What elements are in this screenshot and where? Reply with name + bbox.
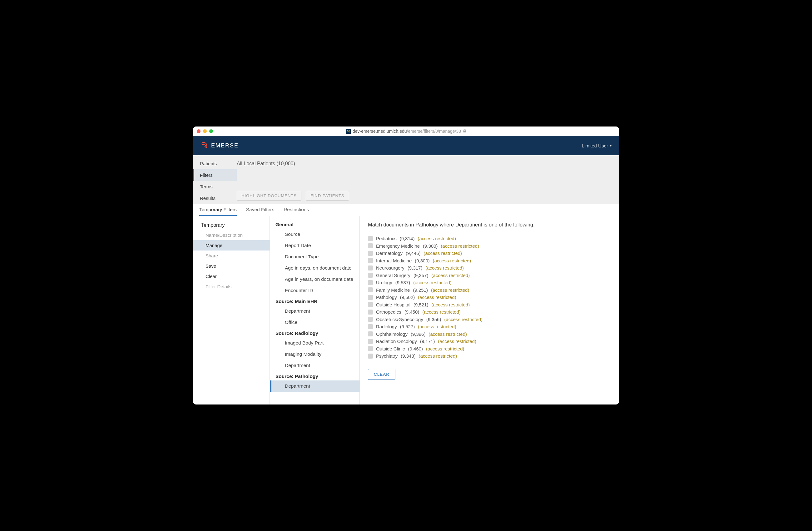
filter-option-checkbox[interactable] xyxy=(368,243,373,248)
filter-option-checkbox[interactable] xyxy=(368,324,373,329)
filter-field-item[interactable]: Imaged Body Part xyxy=(270,338,360,348)
filter-option-row: Pediatrics (9,314) (access restricted) xyxy=(368,236,611,241)
find-patients-button[interactable]: FIND PATIENTS xyxy=(306,191,349,201)
filter-field-group-header: Source: Radiology xyxy=(270,328,360,338)
filter-action-item[interactable]: Filter Details xyxy=(193,282,270,292)
filter-option-label: Pathology xyxy=(376,295,397,300)
filter-option-checkbox[interactable] xyxy=(368,310,373,315)
access-restricted-label: (access restricted) xyxy=(429,331,467,337)
access-restricted-label: (access restricted) xyxy=(424,250,462,256)
clear-button[interactable]: CLEAR xyxy=(368,369,395,380)
action-buttons: HIGHLIGHT DOCUMENTS FIND PATIENTS xyxy=(237,191,619,201)
filter-option-label: Neurosurgery xyxy=(376,265,404,271)
filter-field-item[interactable]: Office xyxy=(270,317,360,328)
svg-rect-0 xyxy=(463,131,466,132)
main-content: Temporary Name/DescriptionManageShareSav… xyxy=(193,216,619,404)
filter-option-checkbox[interactable] xyxy=(368,354,373,359)
filter-option-row: Radiology (9,527) (access restricted) xyxy=(368,324,611,329)
access-restricted-label: (access restricted) xyxy=(419,353,457,359)
filter-option-label: Pediatrics xyxy=(376,236,397,241)
filter-option-label: Emergency Medicine xyxy=(376,243,420,249)
filter-fields-column: GeneralSourceReport DateDocument TypeAge… xyxy=(270,216,360,404)
filter-options-column: Match documents in Pathology where Depar… xyxy=(360,216,619,404)
access-restricted-label: (access restricted) xyxy=(432,273,470,278)
access-restricted-label: (access restricted) xyxy=(444,317,482,322)
filter-action-item[interactable]: Name/Description xyxy=(193,230,270,240)
access-restricted-label: (access restricted) xyxy=(418,324,456,329)
user-menu[interactable]: Limited User ▾ xyxy=(582,143,611,148)
app-header: EMERSE Limited User ▾ xyxy=(193,136,619,155)
primary-nav-item[interactable]: Results xyxy=(193,192,237,204)
access-restricted-label: (access restricted) xyxy=(418,295,456,300)
filter-option-checkbox[interactable] xyxy=(368,236,373,241)
filter-action-item[interactable]: Share xyxy=(193,250,270,261)
filters-tab[interactable]: Temporary Filters xyxy=(199,204,237,216)
access-restricted-label: (access restricted) xyxy=(413,280,452,285)
maximize-window-button[interactable] xyxy=(209,129,213,133)
filter-field-item[interactable]: Department xyxy=(270,360,360,371)
filter-option-label: Psychiatry xyxy=(376,353,397,359)
filter-option-checkbox[interactable] xyxy=(368,346,373,351)
primary-nav-item[interactable]: Terms xyxy=(193,181,237,192)
primary-nav-item[interactable]: Patients xyxy=(193,158,237,169)
minimize-window-button[interactable] xyxy=(203,129,207,133)
filter-option-row: Internal Medicine (9,300) (access restri… xyxy=(368,258,611,263)
filter-action-item[interactable]: Save xyxy=(193,261,270,271)
filter-actions-header: Temporary xyxy=(193,220,270,230)
filter-option-label: General Surgery xyxy=(376,273,410,278)
access-restricted-label: (access restricted) xyxy=(431,287,469,293)
filter-field-item[interactable]: Age in years, on document date xyxy=(270,274,360,285)
filter-field-item[interactable]: Imaging Modality xyxy=(270,348,360,360)
app-name: EMERSE xyxy=(211,142,238,149)
filter-field-item[interactable]: Department xyxy=(270,381,360,392)
primary-nav: PatientsFiltersTermsResults xyxy=(193,155,237,204)
primary-nav-item[interactable]: Filters xyxy=(193,169,237,181)
filter-option-label: Outside Clinic xyxy=(376,346,405,351)
close-window-button[interactable] xyxy=(197,129,201,133)
match-description: Match documents in Pathology where Depar… xyxy=(368,222,611,228)
filter-field-item[interactable]: Age in days, on document date xyxy=(270,262,360,274)
address-bar[interactable]: M dev-emerse.med.umich.edu/emerse/filter… xyxy=(346,129,466,134)
filter-option-checkbox[interactable] xyxy=(368,295,373,300)
filter-option-checkbox[interactable] xyxy=(368,251,373,256)
sub-header-main: All Local Patients (10,000) HIGHLIGHT DO… xyxy=(237,155,619,204)
filter-option-count: (9,171) xyxy=(420,339,435,344)
access-restricted-label: (access restricted) xyxy=(438,339,476,344)
filter-option-row: Obstetrics/Gynecology (9,356) (access re… xyxy=(368,317,611,322)
filter-option-checkbox[interactable] xyxy=(368,287,373,292)
filter-option-row: Radiation Oncology (9,171) (access restr… xyxy=(368,339,611,344)
filter-option-checkbox[interactable] xyxy=(368,266,373,271)
user-label: Limited User xyxy=(582,143,608,148)
filter-action-item[interactable]: Clear xyxy=(193,271,270,282)
filter-field-group-header: Source: Pathology xyxy=(270,371,360,381)
filter-option-row: Psychiatry (9,343) (access restricted) xyxy=(368,353,611,359)
logo-icon xyxy=(201,142,208,149)
filter-field-item[interactable]: Encounter ID xyxy=(270,285,360,296)
filter-option-count: (9,356) xyxy=(426,317,441,322)
filters-tab[interactable]: Restrictions xyxy=(284,204,309,216)
filter-option-count: (9,521) xyxy=(414,302,429,307)
highlight-documents-button[interactable]: HIGHLIGHT DOCUMENTS xyxy=(237,191,301,201)
app-logo[interactable]: EMERSE xyxy=(201,142,238,149)
browser-title-bar: M dev-emerse.med.umich.edu/emerse/filter… xyxy=(193,127,619,136)
filter-field-item[interactable]: Report Date xyxy=(270,240,360,251)
filter-option-label: Urology xyxy=(376,280,392,285)
filter-option-label: Orthopedics xyxy=(376,309,401,315)
filter-option-count: (9,537) xyxy=(395,280,410,285)
filter-option-checkbox[interactable] xyxy=(368,280,373,285)
filter-action-item[interactable]: Manage xyxy=(193,240,270,250)
filter-option-count: (9,460) xyxy=(408,346,423,351)
filter-field-item[interactable]: Department xyxy=(270,305,360,317)
filter-field-item[interactable]: Source xyxy=(270,229,360,240)
filter-option-count: (9,343) xyxy=(401,353,416,359)
filter-option-checkbox[interactable] xyxy=(368,302,373,307)
filter-option-checkbox[interactable] xyxy=(368,339,373,344)
filters-tab[interactable]: Saved Filters xyxy=(246,204,274,216)
filter-option-checkbox[interactable] xyxy=(368,331,373,336)
filter-option-checkbox[interactable] xyxy=(368,258,373,263)
filter-option-checkbox[interactable] xyxy=(368,317,373,322)
lock-icon xyxy=(463,129,466,133)
filter-option-checkbox[interactable] xyxy=(368,273,373,278)
filter-field-item[interactable]: Document Type xyxy=(270,251,360,262)
url-text: dev-emerse.med.umich.edu/emerse/filters/… xyxy=(352,129,461,134)
